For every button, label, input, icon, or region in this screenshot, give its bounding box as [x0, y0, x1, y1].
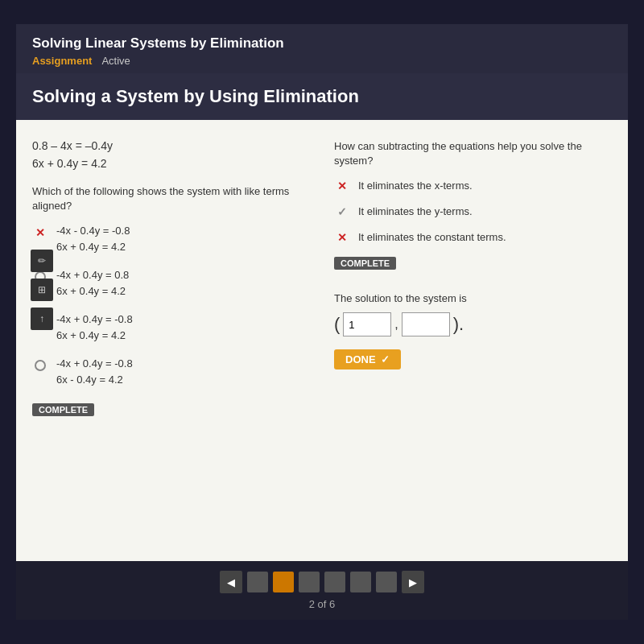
- nav-dot-3[interactable]: [299, 572, 320, 592]
- right-option-text-rx: It eliminates the x-terms.: [358, 180, 473, 192]
- right-complete-badge: COMPLETE: [334, 257, 396, 270]
- done-button[interactable]: DONE ✓: [334, 349, 401, 369]
- check-icon-ry: ✓: [334, 204, 350, 220]
- solution-label: The solution to the system is: [334, 292, 612, 304]
- option-text-c: -4x + 0.4y = -0.8 6x + 0.4y = 4.2: [56, 312, 133, 343]
- nav-dot-1[interactable]: [247, 572, 268, 592]
- done-label: DONE: [345, 353, 376, 365]
- nav-prev-button[interactable]: ◀: [220, 571, 242, 593]
- nav-dot-2[interactable]: [273, 572, 294, 592]
- open-paren: (: [334, 314, 340, 335]
- nav-dot-5[interactable]: [350, 572, 371, 592]
- option-text-d: -4x + 0.4y = -0.8 6x - 0.4y = 4.2: [56, 356, 133, 387]
- page-title: Solving Linear Systems by Elimination: [32, 35, 612, 52]
- left-question: Which of the following shows the system …: [32, 184, 310, 213]
- calculator-icon[interactable]: ⊞: [31, 279, 53, 301]
- assignment-label: Assignment: [32, 55, 92, 67]
- right-option-text-ry: It eliminates the y-terms.: [358, 205, 473, 217]
- right-option-c[interactable]: ✕ It eliminates the constant terms.: [334, 228, 612, 246]
- solution-input-1[interactable]: [343, 312, 391, 336]
- right-option-text-rc: It eliminates the constant terms.: [358, 231, 506, 243]
- wrong-icon-rc: ✕: [334, 229, 350, 246]
- section-title: Solving a System by Using Elimination: [32, 86, 612, 107]
- option-text-a: -4x - 0.4y = -0.8 6x + 0.4y = 4.2: [56, 223, 130, 254]
- page-indicator: 2 of 6: [309, 598, 336, 610]
- left-option-c[interactable]: ✓ -4x + 0.4y = -0.8 6x + 0.4y = 4.2: [32, 312, 310, 343]
- wrong-icon-a: ✕: [32, 225, 48, 241]
- circle-icon-d: [32, 357, 48, 374]
- wrong-icon-rx: ✕: [334, 178, 350, 194]
- option-text-b: -4x + 0.4y = 0.8 6x + 0.4y = 4.2: [56, 267, 129, 299]
- nav-next-button[interactable]: ▶: [402, 571, 424, 593]
- arrow-up-icon[interactable]: ↑: [31, 308, 53, 330]
- nav-dot-4[interactable]: [324, 572, 345, 592]
- comma-separator: ,: [394, 317, 398, 332]
- left-option-b[interactable]: -4x + 0.4y = 0.8 6x + 0.4y = 4.2: [32, 267, 310, 299]
- left-option-d[interactable]: -4x + 0.4y = -0.8 6x - 0.4y = 4.2: [32, 356, 310, 387]
- solution-inputs: ( , ).: [334, 312, 612, 336]
- close-paren: ).: [453, 314, 464, 335]
- active-label: Active: [101, 55, 130, 67]
- right-option-x[interactable]: ✕ It eliminates the x-terms.: [334, 176, 612, 194]
- equation-2: 6x + 0.4y = 4.2: [32, 157, 310, 170]
- left-complete-badge: COMPLETE: [32, 403, 94, 416]
- sidebar: ✏ ⊞ ↑: [31, 250, 53, 330]
- pencil-icon[interactable]: ✏: [31, 250, 53, 272]
- left-option-a[interactable]: ✕ -4x - 0.4y = -0.8 6x + 0.4y = 4.2: [32, 223, 310, 254]
- nav-dot-6[interactable]: [376, 572, 397, 592]
- right-question: How can subtracting the equations help y…: [334, 139, 612, 168]
- navigation-bar: ◀ ▶: [220, 571, 424, 593]
- equation-1: 0.8 – 4x = –0.4y: [32, 139, 310, 152]
- right-option-y[interactable]: ✓ It eliminates the y-terms.: [334, 202, 612, 220]
- solution-input-2[interactable]: [402, 312, 450, 336]
- done-check-icon: ✓: [381, 353, 390, 365]
